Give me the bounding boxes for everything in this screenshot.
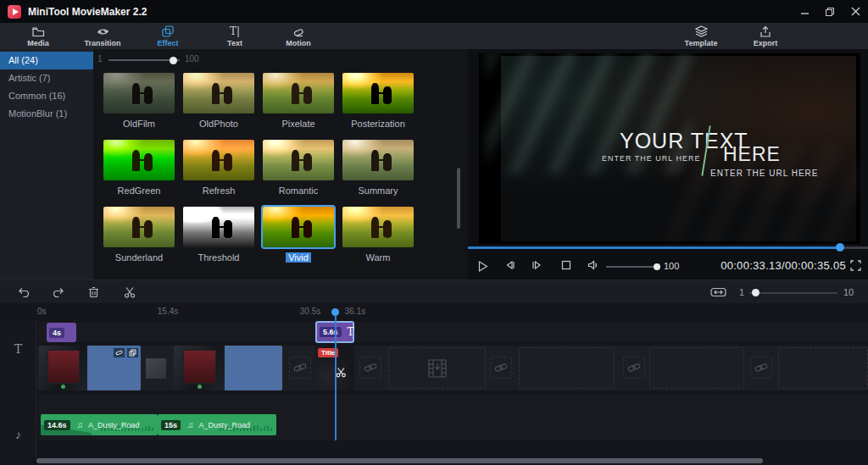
restore-button[interactable] (817, 0, 843, 23)
next-frame-button[interactable] (531, 260, 542, 270)
effect-oldphoto[interactable]: OldPhoto (181, 71, 256, 138)
ruler-mark-36-1s: 36.1s (345, 307, 365, 316)
video-placeholder-1[interactable] (388, 347, 486, 389)
text-clip-1[interactable]: 4s (47, 323, 76, 342)
category-common[interactable]: Common (16) (0, 87, 93, 105)
effect-thumbnail[interactable] (102, 138, 176, 182)
title-clip-scissors-icon (336, 367, 347, 378)
tab-template[interactable]: Template (674, 25, 728, 47)
video-placeholder-3[interactable] (649, 347, 744, 389)
video-preview[interactable]: YOUR TEXT HERE ENTER THE URL HERE ENTER … (479, 53, 860, 244)
transition-slot-1[interactable] (289, 357, 311, 379)
fit-timeline-icon[interactable] (710, 286, 726, 298)
category-artistic[interactable]: Artistic (7) (0, 69, 93, 87)
minimize-button[interactable] (792, 0, 817, 23)
effect-refresh[interactable]: Refresh (181, 138, 256, 205)
effect-redgreen[interactable]: RedGreen (102, 138, 176, 205)
tab-media[interactable]: Media (11, 25, 65, 47)
effect-posterization[interactable]: Posterization (341, 71, 415, 138)
category-motionblur[interactable]: MotionBlur (1) (0, 105, 93, 123)
overlay-url-left: ENTER THE URL HERE (602, 154, 701, 163)
category-all[interactable]: All (24) (0, 52, 93, 69)
effect-threshold[interactable]: Threshold (181, 205, 256, 272)
effect-thumbnail[interactable] (261, 205, 336, 249)
volume-slider[interactable] (606, 266, 654, 268)
overlay-url-right: ENTER THE URL HERE (710, 169, 818, 178)
music-clip-1[interactable]: 14.6s ♫ A_Dusty_Road (41, 414, 158, 435)
video-placeholder-4[interactable] (778, 347, 868, 389)
effect-thumbnail[interactable] (341, 205, 415, 249)
tab-effect[interactable]: Effect (141, 25, 195, 47)
transition-slot-3[interactable] (490, 357, 512, 379)
seek-bar[interactable] (468, 246, 868, 249)
tab-transition[interactable]: Transition (75, 25, 130, 47)
play-button[interactable] (476, 260, 489, 273)
text-track[interactable] (37, 322, 868, 342)
effect-label: Warm (341, 252, 415, 263)
music-clip-2[interactable]: 15s ♫ A_Dusty_Road (158, 414, 276, 435)
strength-track[interactable] (108, 59, 180, 61)
transition-slot-5[interactable] (750, 357, 772, 379)
text-clip-t-icon: T (348, 326, 354, 338)
effect-thumbnail[interactable] (102, 71, 176, 115)
video-track-icon (0, 378, 36, 390)
video-clip-1-thumbnail (39, 346, 87, 390)
tab-motion[interactable]: Motion (271, 25, 326, 47)
transition-slot-2[interactable] (359, 357, 381, 379)
transition-thumbnail[interactable] (146, 358, 166, 379)
volume-icon[interactable] (587, 260, 599, 270)
effect-strength-slider[interactable]: 1 100 (93, 49, 314, 68)
timeline-zoom-handle[interactable] (752, 289, 760, 296)
effect-thumbnail[interactable] (341, 71, 415, 115)
redo-button[interactable] (53, 286, 65, 298)
effect-thumbnail[interactable] (181, 205, 256, 249)
video-frame: YOUR TEXT HERE ENTER THE URL HERE ENTER … (501, 56, 856, 241)
effect-vivid[interactable]: Vivid (261, 205, 336, 272)
undo-button[interactable] (17, 286, 30, 298)
transition-icon (97, 25, 109, 37)
effect-warm[interactable]: Warm (341, 205, 415, 272)
app-title: MiniTool MovieMaker 2.2 (28, 6, 147, 18)
ruler-mark-30-5s: 30.5s (300, 307, 320, 316)
timeline-horizontal-scrollbar[interactable] (36, 458, 763, 463)
fullscreen-icon[interactable] (850, 260, 861, 271)
effect-thumbnail[interactable] (261, 138, 336, 182)
effect-label: Pixelate (261, 119, 336, 129)
effects-panel: 1 100 OldFilmOldPhotoPixelatePosterizati… (93, 49, 462, 280)
previous-frame-button[interactable] (504, 260, 515, 270)
stop-button[interactable] (561, 260, 571, 270)
music-note-icon: ♫ (77, 420, 84, 429)
effect-label: RedGreen (102, 185, 176, 196)
video-clip-2-thumbnail (174, 346, 225, 390)
playhead-line[interactable] (335, 313, 337, 440)
effect-thumbnail[interactable] (102, 205, 176, 249)
tab-export[interactable]: Export (738, 25, 793, 47)
video-clip-1[interactable] (39, 346, 141, 390)
transition-slot-4[interactable] (623, 357, 645, 379)
effect-romantic[interactable]: Romantic (261, 138, 336, 205)
clip-effect-badge-icon (126, 347, 139, 358)
tab-text[interactable]: T| Text (208, 25, 262, 47)
effect-thumbnail[interactable] (181, 138, 256, 182)
strength-handle[interactable] (170, 57, 177, 64)
timeline[interactable]: 0s 15.4s 30.5s 36.1s T ♪ 4s 5.6s T (0, 303, 868, 465)
effects-scrollbar[interactable] (457, 168, 460, 229)
effect-summary[interactable]: Summary (341, 138, 415, 205)
seek-handle[interactable] (836, 243, 844, 252)
close-button[interactable] (843, 0, 868, 23)
template-layers-icon (695, 25, 708, 37)
effect-pixelate[interactable]: Pixelate (261, 71, 336, 138)
video-clip-2[interactable] (174, 346, 282, 390)
playhead-handle[interactable] (331, 308, 339, 316)
effect-thumbnail[interactable] (181, 71, 256, 115)
effect-sunderland[interactable]: Sunderland (102, 205, 176, 272)
video-placeholder-2[interactable] (519, 347, 615, 389)
effect-oldfilm[interactable]: OldFilm (102, 71, 176, 138)
volume-handle[interactable] (654, 263, 660, 270)
timeline-zoom-slider[interactable] (749, 292, 837, 294)
main-toolbar: Media Transition Effect T| Text Motion T… (0, 23, 868, 49)
effect-thumbnail[interactable] (261, 71, 336, 115)
split-scissors-button[interactable] (124, 286, 136, 298)
delete-button[interactable] (88, 286, 99, 298)
effect-thumbnail[interactable] (341, 138, 415, 182)
